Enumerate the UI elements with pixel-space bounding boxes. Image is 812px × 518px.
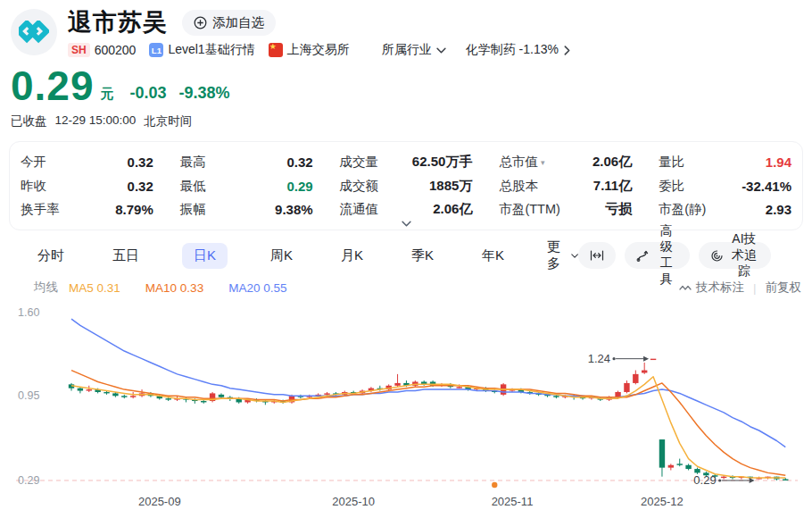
stat-pe-static: 市盈(静)2.93 — [659, 201, 791, 218]
plus-circle-icon — [194, 16, 207, 29]
quote-time: 12-29 15:00:00 — [55, 113, 137, 130]
chevron-right-icon — [564, 46, 570, 55]
stock-code: 600200 — [95, 43, 137, 57]
stat-amplitude: 振幅9.38% — [180, 201, 313, 218]
stat-turnover-rate: 换手率8.79% — [21, 201, 153, 218]
adjust-mode-label: 前复权 — [766, 280, 802, 296]
chevron-down-icon — [436, 47, 446, 54]
tab-weekly-k[interactable]: 周K — [265, 243, 298, 269]
add-watchlist-label: 添加自选 — [212, 14, 264, 31]
stat-open: 今开0.32 — [21, 154, 153, 171]
dropdown-triangle-icon: ▾ — [541, 158, 545, 167]
collapse-stats-button[interactable] — [21, 218, 791, 228]
tech-annotation-toggle[interactable]: 技术标注 — [679, 280, 744, 296]
svg-text:0.95: 0.95 — [18, 389, 39, 402]
horizontal-range-icon — [590, 250, 604, 261]
stat-low: 最低0.29 — [180, 178, 313, 195]
range-select-button[interactable] — [578, 242, 616, 269]
stat-high: 最高0.32 — [180, 154, 313, 171]
interlocked-diamonds-logo-icon — [19, 21, 49, 44]
tab-yearly-k[interactable]: 年K — [476, 243, 510, 269]
tech-annotation-label: 技术标注 — [696, 280, 744, 296]
ma10-legend: MA10 0.33 — [145, 281, 203, 295]
ai-tracking-button[interactable]: AI技术追踪 — [699, 242, 771, 269]
ai-spiral-icon — [710, 249, 724, 263]
stat-market-cap[interactable]: 总市值▾2.06亿 — [499, 154, 632, 171]
quote-stats-card: 今开0.32 最高0.32 成交量62.50万手 总市值▾2.06亿 量比1.9… — [9, 141, 803, 230]
ma-caption: 均线 — [34, 280, 58, 296]
add-watchlist-button[interactable]: 添加自选 — [182, 10, 276, 36]
svg-text:1.24: 1.24 — [588, 352, 610, 365]
svg-text:0.29: 0.29 — [693, 473, 716, 487]
stat-pe-ttm: 市盈(TTM)亏损 — [499, 201, 632, 218]
ai-tracking-label: AI技术追踪 — [729, 231, 759, 280]
stat-total-shares: 总股本7.11亿 — [499, 178, 632, 195]
china-flag-icon: ★ — [269, 43, 283, 57]
industry-dropdown[interactable]: 所属行业 — [382, 42, 446, 58]
chevron-down-icon — [571, 253, 578, 259]
exchange-badge: SH — [68, 43, 90, 57]
level1-label: Level1基础行情 — [168, 42, 254, 58]
market-status: 已收盘 — [11, 113, 47, 130]
ma20-legend: MA20 0.55 — [228, 281, 286, 295]
stock-name: 退市苏吴 — [68, 9, 168, 36]
adjust-mode-button[interactable]: 前复权 — [766, 280, 802, 296]
level1-badge: L1 — [149, 43, 163, 57]
ma5-legend: MA5 0.31 — [69, 281, 120, 295]
stat-volume-ratio: 量比1.94 — [659, 154, 791, 171]
stat-turnover-amount: 成交额1885万 — [340, 178, 473, 195]
advanced-tools-label: 高级工具 — [654, 223, 677, 288]
industry-link[interactable]: 化学制药 -1.13% — [466, 42, 570, 58]
stat-volume: 成交量62.50万手 — [340, 154, 473, 171]
tab-5day[interactable]: 五日 — [107, 243, 145, 269]
exchange-name: 上海交易所 — [287, 42, 350, 58]
svg-text:2025-09: 2025-09 — [138, 495, 181, 508]
divider: | — [753, 281, 757, 295]
chart-period-tabbar: 分时 五日 日K 周K 月K 季K 年K 更多 高级工具 — [0, 238, 812, 272]
stat-float-cap: 流通值2.06亿 — [340, 201, 473, 218]
tab-daily-k[interactable]: 日K — [182, 243, 228, 269]
more-periods-dropdown[interactable]: 更多 — [547, 238, 578, 272]
svg-text:2025-10: 2025-10 — [332, 495, 375, 508]
price-unit: 元 — [101, 86, 114, 103]
ma-legend-row: 均线 MA5 0.31 MA10 0.33 MA20 0.55 技术标注 | 前… — [0, 280, 812, 296]
header: 退市苏吴 添加自选 SH 600200 L1 Level1基础行情 ★ 上海交易… — [0, 0, 812, 58]
tab-monthly-k[interactable]: 月K — [336, 243, 369, 269]
price-change: -0.03 — [130, 84, 167, 103]
zigzag-annotation-icon — [679, 284, 692, 291]
price-change-percent: -9.38% — [179, 84, 230, 103]
quote-section: 0.29 元 -0.03 -9.38% 已收盘 12-29 15:00:00 北… — [0, 58, 812, 130]
timezone-label: 北京时间 — [144, 113, 192, 130]
chevron-down-icon — [402, 221, 411, 227]
stock-detail-page: 退市苏吴 添加自选 SH 600200 L1 Level1基础行情 ★ 上海交易… — [0, 0, 812, 518]
stat-commission-ratio: 委比-32.41% — [659, 178, 791, 195]
svg-text:2025-12: 2025-12 — [641, 495, 684, 508]
svg-text:2025-11: 2025-11 — [492, 495, 534, 508]
drawing-tools-icon — [636, 249, 649, 262]
advanced-tools-button[interactable]: 高级工具 — [625, 242, 689, 269]
tab-quarterly-k[interactable]: 季K — [406, 243, 439, 269]
kline-chart-area[interactable]: 1.600.950.292025-092025-102025-112025-12… — [0, 302, 812, 516]
kline-chart[interactable]: 1.600.950.292025-092025-102025-112025-12… — [0, 302, 812, 516]
current-price: 0.29 — [11, 65, 95, 106]
svg-text:0.29: 0.29 — [18, 474, 39, 487]
stat-prev-close: 昨收0.32 — [21, 178, 153, 195]
svg-text:1.60: 1.60 — [18, 306, 39, 319]
company-logo — [11, 9, 57, 55]
tab-minute[interactable]: 分时 — [32, 243, 70, 269]
stock-meta-row: SH 600200 L1 Level1基础行情 ★ 上海交易所 所属行业 化学制… — [68, 42, 812, 58]
